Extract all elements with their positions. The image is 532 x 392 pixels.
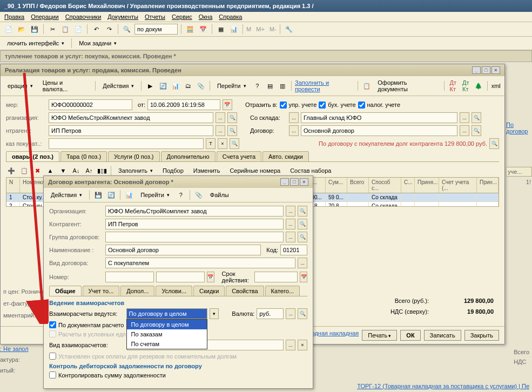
delete-row-icon[interactable]: ✖ [32, 165, 43, 176]
basis-icon[interactable]: 📎 [196, 80, 206, 91]
contr-select-button[interactable]: ... [286, 219, 295, 229]
post-icon[interactable]: ▶ [145, 80, 156, 91]
tab-additional[interactable]: Дополнительно [161, 151, 216, 161]
selection-button[interactable]: Подбор [159, 166, 187, 175]
save-icon[interactable]: 💾 [93, 190, 104, 200]
nal-checkbox[interactable]: налог. учете [358, 102, 401, 109]
fill-post-link[interactable]: Заполнить и провести [295, 79, 354, 92]
contr-select-button[interactable]: ... [216, 125, 225, 136]
files-button[interactable]: Файлы [206, 190, 233, 200]
serials-button[interactable]: Серийные номера [226, 166, 284, 175]
group-select-button[interactable]: ... [286, 232, 295, 242]
vedenie-select[interactable] [126, 308, 207, 319]
tab-services[interactable]: Услуги (0 поз.) [108, 151, 159, 161]
po-doc-checkbox[interactable]: По документам расчето [49, 321, 124, 328]
tab-discounts[interactable]: Авто. скидки [262, 151, 309, 161]
dropdown-option[interactable]: По договору в целом [127, 320, 207, 329]
num-date-input[interactable] [156, 272, 205, 282]
save-button[interactable]: Записать [424, 330, 461, 341]
wh-select-button[interactable]: ... [460, 112, 469, 123]
ok-button[interactable]: ОК [400, 330, 420, 341]
vedenie-dropdown[interactable]: По договору в целом По заказам По счетам [126, 319, 207, 349]
dt2-icon[interactable]: ДтКт [461, 80, 472, 91]
currency-select-button[interactable]: ... [286, 308, 295, 319]
settings-icon[interactable]: 🔧 [284, 24, 294, 35]
structure-icon[interactable]: 🗂 [183, 80, 194, 91]
xml-icon[interactable]: xml [491, 80, 502, 91]
menu-help[interactable]: Справка [219, 13, 242, 20]
tab-properties[interactable]: Свойства [226, 286, 264, 296]
goto-button[interactable]: Перейти [137, 190, 173, 200]
cal1-button[interactable]: 📅 [207, 272, 214, 282]
tab-discounts[interactable]: Скидки [193, 286, 225, 296]
contr-search-button[interactable]: 🔍 [227, 125, 237, 136]
tab-accounts[interactable]: Счета учета [217, 151, 261, 161]
doc-icon[interactable]: 📋 [361, 80, 372, 91]
zakaz-input[interactable] [49, 138, 204, 149]
num-input[interactable] [105, 272, 154, 282]
tab-goods-acc[interactable]: Учет то... [83, 286, 120, 296]
dogovor-input[interactable] [301, 125, 457, 136]
table-icon[interactable]: ▦ [216, 24, 226, 35]
vid-vz-clear-button[interactable]: × [298, 340, 307, 350]
org-select-button[interactable]: ... [216, 112, 225, 123]
menu-windows[interactable]: Окна [199, 13, 213, 20]
menu-edit[interactable]: Правка [4, 13, 24, 20]
form-icon[interactable]: ▤ [265, 80, 275, 91]
calc-icon[interactable]: 🧮 [185, 24, 196, 35]
minimize-icon[interactable]: _ [280, 178, 289, 186]
move-down-icon[interactable]: ▼ [58, 165, 69, 176]
refresh-icon[interactable]: 🔄 [106, 190, 117, 200]
menu-operations[interactable]: Операции [31, 13, 58, 20]
make-docs-button[interactable]: Оформить документы [374, 78, 441, 94]
dropdown-option[interactable]: По заказам [127, 329, 207, 339]
minimize-icon[interactable]: _ [472, 66, 481, 74]
srok-checkbox[interactable]: Установлен срок оплаты для резервов по с… [49, 353, 237, 360]
report-icon[interactable]: 📊 [124, 190, 134, 200]
zakaz-x-button[interactable]: × [218, 138, 227, 149]
type-select-button[interactable]: ... [298, 258, 307, 268]
group-input[interactable] [105, 232, 284, 242]
save-icon[interactable]: 💾 [29, 24, 40, 35]
chart-icon[interactable]: 📊 [228, 24, 239, 35]
torg12-link[interactable]: ТОРГ-12 (Товарная накладная за поставщик… [357, 383, 529, 389]
org-input[interactable] [49, 112, 213, 123]
print-button[interactable]: Печать [362, 330, 397, 341]
tab-goods[interactable]: овары (2 поз.) [6, 151, 59, 161]
change-button[interactable]: Изменить [190, 166, 224, 175]
org-select-button[interactable]: ... [286, 206, 295, 217]
menu-service[interactable]: Сервис [172, 13, 192, 20]
debt-search-button[interactable]: 🔍 [489, 138, 499, 149]
actions-button[interactable]: Действия [99, 81, 138, 91]
add-row-icon[interactable]: ➕ [6, 165, 17, 176]
contr-input[interactable] [49, 125, 213, 136]
search-icon[interactable]: 🔍 [122, 24, 132, 35]
help-icon[interactable]: ? [252, 80, 263, 91]
move-up-icon[interactable]: ▲ [45, 165, 56, 176]
tab-conditions[interactable]: Услови... [156, 286, 192, 296]
report-icon[interactable]: 📊 [170, 80, 181, 91]
composition-button[interactable]: Состав набора [286, 166, 335, 175]
refresh-icon[interactable]: 🔄 [158, 80, 169, 91]
tree-icon[interactable]: 🌲 [473, 80, 484, 91]
currency-search-button[interactable]: 🔍 [298, 308, 307, 319]
barcode-icon[interactable]: ▮▯▮ [97, 165, 107, 176]
dog-type-button[interactable]: ... [289, 125, 299, 136]
org-search-button[interactable]: 🔍 [227, 112, 237, 123]
switch-interface-button[interactable]: лючить интерфейс [3, 38, 68, 48]
calendar-icon[interactable]: 📅 [198, 24, 208, 35]
code-input[interactable] [280, 245, 307, 255]
cut-icon[interactable]: ✂ [47, 24, 58, 35]
add-copy-icon[interactable]: 📋 [19, 165, 30, 176]
close-icon[interactable]: × [300, 178, 308, 186]
dog-search-button[interactable]: 🔍 [472, 125, 481, 136]
zakaz-t-button[interactable]: T [206, 138, 216, 149]
tab-general[interactable]: Общие [49, 286, 82, 296]
fill-button[interactable]: Заполнить [115, 166, 157, 175]
dropdown-option[interactable]: По счетам [127, 339, 207, 349]
warehouse-input[interactable] [301, 112, 457, 123]
control-checkbox[interactable]: Контролировать сумму задолженности [49, 371, 166, 379]
wh-search-button[interactable]: 🔍 [472, 112, 481, 123]
search-input[interactable] [134, 24, 178, 35]
contr-input[interactable] [105, 219, 284, 229]
